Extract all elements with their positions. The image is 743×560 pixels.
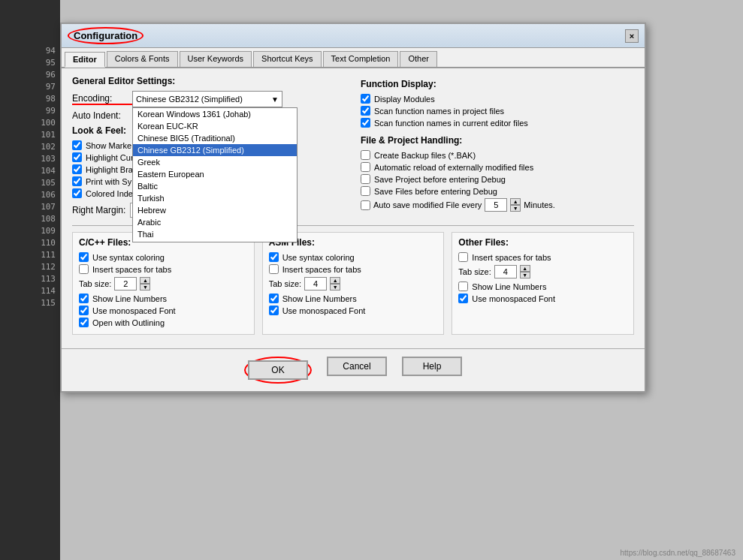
file-project-title: File & Project Handling: xyxy=(361,135,634,146)
function-display-checkbox[interactable] xyxy=(361,118,370,128)
other-checkbox2[interactable] xyxy=(458,294,468,303)
encoding-dropdown[interactable]: Chinese GB2312 (Simplified) ▼ xyxy=(132,91,282,107)
cpp-checkbox2[interactable] xyxy=(79,306,89,315)
line-num-100: 100 xyxy=(0,117,60,129)
asm-tab-size-input[interactable] xyxy=(304,277,327,291)
cpp-tab-size-input[interactable] xyxy=(114,277,137,291)
cancel-button[interactable]: Cancel xyxy=(327,357,387,376)
function-display-title: Function Display: xyxy=(361,79,634,89)
tabs-container: Editor Colors & Fonts User Keywords Shor… xyxy=(62,48,645,68)
cpp-item-label: Insert spaces for tabs xyxy=(92,265,171,274)
look-feel-checkbox[interactable] xyxy=(72,176,82,186)
file-project-item: Save Files before entering Debug xyxy=(361,186,634,196)
asm-items: Use syntax coloringInsert spaces for tab… xyxy=(269,252,438,274)
dropdown-item[interactable]: Vietnamese xyxy=(133,240,297,242)
cpp-checkbox[interactable] xyxy=(79,252,89,262)
line-num-97: 97 xyxy=(0,81,60,93)
tab-shortcut-keys[interactable]: Shortcut Keys xyxy=(253,51,321,67)
look-feel-checkbox[interactable] xyxy=(72,152,82,162)
auto-save-checkbox[interactable] xyxy=(361,200,370,210)
file-project-item-label: Save Files before entering Debug xyxy=(374,187,497,196)
cpp-tab-down-btn[interactable]: ▼ xyxy=(140,284,150,291)
auto-save-down-btn[interactable]: ▼ xyxy=(510,205,521,212)
help-button[interactable]: Help xyxy=(402,357,462,376)
url-watermark: https://blog.csdn.net/qq_88687463 xyxy=(621,549,735,557)
cpp-checkbox2[interactable] xyxy=(79,294,89,303)
line-num-98: 98 xyxy=(0,93,60,105)
asm-item: Use syntax coloring xyxy=(269,252,438,262)
function-display-items: Display ModulesScan function names in pr… xyxy=(361,94,634,128)
dropdown-item[interactable]: Thai xyxy=(133,228,297,240)
dropdown-item[interactable]: Eastern European xyxy=(133,168,297,180)
other-item2: Show Line Numbers xyxy=(458,282,627,291)
function-display-checkbox[interactable] xyxy=(361,94,370,104)
function-display-item-label: Scan function names in project files xyxy=(374,107,504,116)
asm-checkbox[interactable] xyxy=(269,252,279,262)
file-project-section: File & Project Handling: Create Backup f… xyxy=(361,135,634,212)
dropdown-arrow-icon: ▼ xyxy=(271,95,279,104)
asm-checkbox2[interactable] xyxy=(269,294,279,303)
file-project-checkbox[interactable] xyxy=(361,162,370,172)
dropdown-item[interactable]: Hebrew xyxy=(133,204,297,216)
asm-item: Insert spaces for tabs xyxy=(269,264,438,274)
dropdown-item[interactable]: Arabic xyxy=(133,216,297,228)
cpp-tab-up-btn[interactable]: ▲ xyxy=(140,277,150,284)
file-project-item: Save Project before entering Debug xyxy=(361,174,634,184)
line-num-104: 104 xyxy=(0,165,60,177)
line-num-106: 106 xyxy=(0,189,60,201)
line-num-114: 114 xyxy=(0,285,60,297)
function-display-item: Display Modules xyxy=(361,94,634,104)
other-checkbox[interactable] xyxy=(458,252,468,262)
other-checkbox2[interactable] xyxy=(458,282,468,291)
auto-save-row: Auto save modified File every ▲ ▼ Minute… xyxy=(361,198,634,212)
dropdown-item[interactable]: Korean Windows 1361 (Johab) xyxy=(133,108,297,120)
file-project-checkbox[interactable] xyxy=(361,174,370,184)
cpp-tab-size-row: Tab size: ▲ ▼ xyxy=(79,277,248,291)
auto-save-up-btn[interactable]: ▲ xyxy=(510,198,521,205)
cpp-item: Use syntax coloring xyxy=(79,252,248,262)
dropdown-item[interactable]: Turkish xyxy=(133,192,297,204)
other-tab-size-input[interactable] xyxy=(494,265,517,278)
cpp-items: Use syntax coloringInsert spaces for tab… xyxy=(79,252,248,274)
tab-other[interactable]: Other xyxy=(400,51,437,67)
asm-tab-down-btn[interactable]: ▼ xyxy=(330,284,340,291)
file-project-checkbox[interactable] xyxy=(361,150,370,160)
tab-text-completion[interactable]: Text Completion xyxy=(323,51,399,67)
cpp-checkbox[interactable] xyxy=(79,264,89,274)
tab-editor[interactable]: Editor xyxy=(65,52,105,68)
look-feel-checkbox[interactable] xyxy=(72,164,82,174)
file-project-checkbox[interactable] xyxy=(361,186,370,196)
function-display-checkbox[interactable] xyxy=(361,106,370,116)
asm-tab-up-btn[interactable]: ▲ xyxy=(330,277,340,284)
look-feel-checkbox[interactable] xyxy=(72,188,82,198)
line-num-111: 111 xyxy=(0,249,60,261)
ok-button[interactable]: OK xyxy=(248,360,308,380)
asm-checkbox[interactable] xyxy=(269,264,279,274)
asm-checkbox2[interactable] xyxy=(269,306,279,315)
cpp-item2-label: Use monospaced Font xyxy=(92,306,176,315)
asm-tab-size-row: Tab size: ▲ ▼ xyxy=(269,277,438,291)
cpp-item2-label: Open with Outlining xyxy=(92,318,165,327)
line-num-96: 96 xyxy=(0,69,60,81)
dropdown-item[interactable]: Greek xyxy=(133,156,297,168)
cpp-item2: Show Line Numbers xyxy=(79,294,248,303)
close-button[interactable]: × xyxy=(625,29,639,43)
other-tab-down-btn[interactable]: ▼ xyxy=(520,272,530,278)
other-tab-up-btn[interactable]: ▲ xyxy=(520,265,530,272)
cpp-checkbox2[interactable] xyxy=(79,318,89,327)
auto-save-input[interactable] xyxy=(485,198,507,212)
dropdown-item[interactable]: Chinese BIG5 (Traditional) xyxy=(133,132,297,144)
look-feel-checkbox[interactable] xyxy=(72,140,82,150)
line-num-94: 94 xyxy=(0,45,60,57)
line-num-102: 102 xyxy=(0,141,60,153)
tab-user-keywords[interactable]: User Keywords xyxy=(180,51,252,67)
dropdown-item[interactable]: Korean EUC-KR xyxy=(133,120,297,132)
dropdown-item[interactable]: Chinese GB2312 (Simplified) xyxy=(133,144,297,156)
dropdown-item[interactable]: Baltic xyxy=(133,180,297,192)
line-num-105: 105 xyxy=(0,177,60,189)
line-num-113: 113 xyxy=(0,273,60,285)
asm-item2-label: Show Line Numbers xyxy=(282,294,357,303)
tab-colors-fonts[interactable]: Colors & Fonts xyxy=(107,51,178,67)
other-item2-label: Use monospaced Font xyxy=(472,294,555,303)
line-num-103: 103 xyxy=(0,153,60,165)
